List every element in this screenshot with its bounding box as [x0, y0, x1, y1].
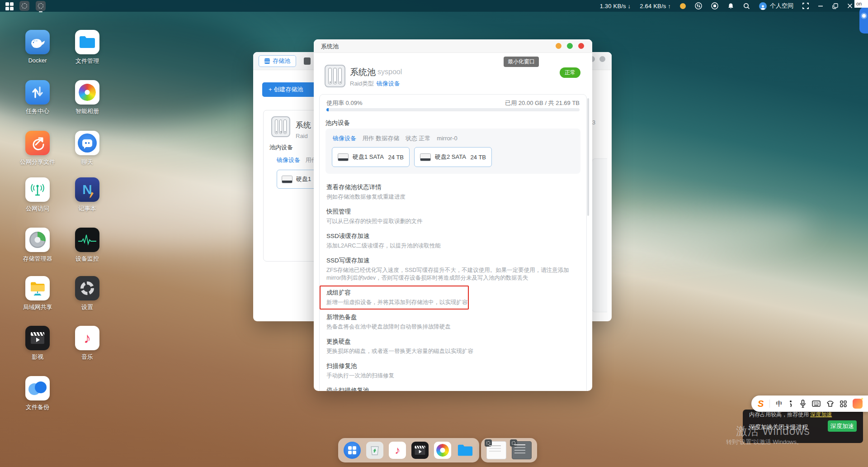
- dock-app-launcher-icon[interactable]: [344, 442, 361, 459]
- desktop-icon-task-center[interactable]: 任务中心: [11, 80, 64, 115]
- action-snapshot-manage[interactable]: 快照管理可以从已保存的快照中提取误删的文件: [326, 208, 575, 225]
- folder-icon: [75, 30, 99, 54]
- screen-record-icon[interactable]: [711, 2, 718, 10]
- ai-assistant-icon[interactable]: [853, 399, 863, 409]
- usage-rate: 使用率 0.09%: [326, 99, 362, 107]
- desktop-icon-smart-album[interactable]: 智能相册: [61, 80, 113, 115]
- usage-progressbar: [326, 108, 580, 111]
- sogou-input-toolbar: S 中: [751, 396, 868, 412]
- windows-activation-watermark-sub: 转到“设置”以激活 Windows。: [726, 438, 802, 446]
- minimized-window-thumbnail[interactable]: [486, 441, 506, 459]
- desktop-icon-lan-share[interactable]: 局域网共享: [11, 276, 64, 311]
- disk-tab-icon[interactable]: [304, 57, 311, 65]
- create-pool-button[interactable]: + 创建存储池: [262, 82, 321, 97]
- desktop-icon-video[interactable]: 影视: [11, 326, 64, 361]
- mirror-type-link[interactable]: 镜像设备: [333, 135, 356, 142]
- user-menu[interactable]: 个人空间: [759, 2, 793, 10]
- text-fragment: 3: [592, 119, 595, 126]
- antenna-icon: [25, 177, 50, 202]
- taskbar-app-storage-icon[interactable]: [19, 1, 29, 11]
- search-icon[interactable]: [743, 3, 750, 10]
- action-view-pool-status[interactable]: 查看存储池状态详情例如存储池数据修复或重建进度: [326, 183, 575, 201]
- traffic-light-close[interactable]: [578, 43, 584, 49]
- detail-panel-edge: [592, 158, 607, 312]
- system-pool-dialog: 系统池 系统池 syspool Raid类型镜像设备 正常 最小化窗口 使用率 …: [314, 39, 592, 391]
- ecg-icon: [75, 228, 99, 252]
- traffic-light-minimize[interactable]: [556, 43, 561, 49]
- action-stop-scrub-pool[interactable]: 停止扫描修复池: [326, 386, 575, 391]
- sogou-logo[interactable]: S: [758, 399, 764, 409]
- desktop-icon-file-manager[interactable]: 文件管理: [61, 30, 113, 65]
- popup-link[interactable]: 深度加速: [810, 411, 832, 418]
- raid-type-link[interactable]: 镜像设备: [377, 80, 400, 87]
- input-mode-chinese[interactable]: 中: [776, 400, 783, 408]
- edge-sidebar-handle[interactable]: [859, 7, 868, 33]
- dialog-titlebar[interactable]: 系统池: [314, 39, 592, 53]
- action-scrub-pool[interactable]: 扫描修复池手动执行一次池的扫描修复: [326, 362, 575, 380]
- desktop-icon-chat[interactable]: 聊天: [61, 131, 113, 166]
- desktop-icon-settings[interactable]: 设置: [61, 276, 113, 311]
- desktop-icon-public-share[interactable]: 公网分享文件: [11, 131, 64, 166]
- status-badge: 正常: [560, 67, 580, 78]
- action-ssd-read-cache[interactable]: SSD读缓存加速添加L2ARC二级读缓存，以提升池的读取性能: [326, 232, 575, 250]
- desktop-icon-storage-manager[interactable]: 存储管理器: [11, 228, 64, 263]
- minimize-icon[interactable]: [818, 3, 823, 9]
- desktop-icon-notes[interactable]: N 记事本: [61, 177, 113, 213]
- dock-music-icon[interactable]: ♪: [389, 442, 406, 459]
- desktop-icon-docker[interactable]: Docker: [11, 30, 64, 64]
- notification-bell-icon[interactable]: [727, 3, 734, 10]
- dock-video-icon[interactable]: [411, 442, 429, 459]
- toolbox-icon[interactable]: [840, 400, 847, 407]
- devices-heading: 池内设备: [326, 119, 350, 127]
- disk-card[interactable]: 硬盘2 SATA 24 TB: [414, 147, 492, 167]
- action-replace-disk[interactable]: 更换硬盘更换损坏的磁盘，或者逐一替换更大容量的磁盘以实现扩容: [326, 338, 575, 355]
- skin-icon[interactable]: [826, 400, 834, 407]
- music-note-icon: ♪: [75, 326, 99, 350]
- popup-memory-line: 内存占用较高，推荐使用 深度加速: [749, 411, 832, 419]
- app-launcher-icon[interactable]: [5, 2, 13, 10]
- desktop-icon-file-backup[interactable]: 文件备份: [11, 376, 64, 411]
- disk-name: 硬盘1 SATA: [353, 153, 384, 161]
- window-control-dot[interactable]: [599, 56, 605, 62]
- action-ssd-write-cache[interactable]: SSD写缓存加速ZFS存储池已经优化写入速度，SSD写缓存提升不大，不建议使用。…: [326, 257, 575, 282]
- minimized-window-thumbnail[interactable]: [512, 441, 532, 459]
- transfer-icon[interactable]: [695, 2, 702, 10]
- punctuation-icon[interactable]: [788, 400, 794, 407]
- dialog-scrollbar[interactable]: [587, 98, 589, 216]
- devices-heading: 池内设备: [269, 143, 293, 152]
- up-down-arrows-icon: [25, 80, 50, 105]
- desktop-icon-music[interactable]: ♪ 音乐: [61, 326, 113, 361]
- pool-icon: [271, 116, 290, 137]
- edge-sidebar-logo-icon: [861, 13, 867, 19]
- network-upload-speed: 2.64 KB/s ↑: [640, 3, 671, 10]
- maximize-icon[interactable]: [832, 3, 838, 9]
- close-icon[interactable]: [847, 3, 853, 9]
- virtual-keyboard-icon[interactable]: [812, 400, 821, 407]
- flower-photos-icon: [75, 80, 99, 105]
- dock-photos-icon[interactable]: [434, 442, 451, 459]
- action-group-expand[interactable]: 成组扩容新增一组虚拟设备，并将其添加到存储池中，以实现扩容: [326, 289, 575, 306]
- menu-bar: 1.30 KB/s ↓ 2.64 KB/s ↑ 个人空间: [0, 0, 868, 12]
- dock-files-icon[interactable]: [457, 442, 474, 459]
- taskbar-app-settings-icon[interactable]: [36, 1, 46, 11]
- dock-trash-icon[interactable]: [366, 442, 383, 459]
- hdd-pie-icon: [25, 228, 50, 252]
- deep-boost-button[interactable]: 深度加速: [828, 420, 857, 432]
- fullscreen-icon[interactable]: [802, 3, 809, 9]
- action-add-hot-spare[interactable]: 新增热备盘热备盘将会在池中硬盘故障时自动替换掉故障硬盘: [326, 313, 575, 331]
- disk-name: 硬盘2 SATA: [435, 153, 466, 161]
- notification-dot-icon[interactable]: [680, 3, 686, 9]
- share-arrow-icon: [25, 131, 50, 155]
- disk-card[interactable]: 硬盘1 SATA 24 TB: [332, 147, 410, 167]
- dialog-title: 系统池: [321, 43, 339, 51]
- tab-storage-pool[interactable]: 存储池: [259, 55, 296, 67]
- network-download-speed: 1.30 KB/s ↓: [600, 3, 631, 10]
- voice-input-icon[interactable]: [800, 400, 806, 408]
- divider: [769, 400, 770, 408]
- mirror-row: 镜像设备 用作 数据存储 状态 正常 mirror-0: [333, 134, 458, 143]
- raid-label: Raid类型: [350, 80, 374, 87]
- desktop-icon-device-monitor[interactable]: 设备监控: [61, 228, 113, 263]
- database-icon: [264, 58, 270, 64]
- desktop-icon-public-access[interactable]: 公网访问: [11, 177, 64, 213]
- traffic-light-maximize[interactable]: [567, 43, 573, 49]
